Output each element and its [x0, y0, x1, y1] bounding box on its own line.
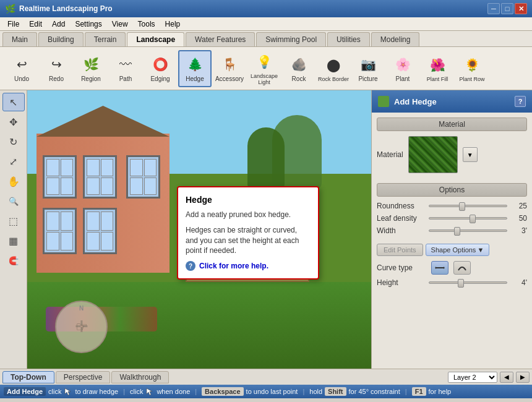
left-toolbar: ↖ ✥ ↻ ⤢ ✋ 🔍 ⬚ ▦ 🧲 [0, 90, 27, 369]
layer-next-button[interactable]: ▶ [516, 372, 530, 383]
plant-button[interactable]: 🌸 Plant [386, 50, 419, 87]
undo-icon: ↩ [12, 54, 32, 74]
curve-type-straight-button[interactable] [431, 261, 448, 275]
window-lower-left [43, 208, 77, 254]
redo-button[interactable]: ↪ Redo [40, 50, 73, 87]
view-tab-walkthrough[interactable]: Walkthrough [111, 371, 169, 383]
material-preview[interactable] [408, 136, 458, 173]
shape-options-label: Shape Options [431, 246, 476, 254]
menu-file[interactable]: File [2, 19, 24, 30]
view-tab-topdown[interactable]: Top-Down [2, 371, 54, 383]
zoom-in-tool[interactable]: 🔍 [2, 192, 25, 210]
menu-tools[interactable]: Tools [133, 19, 160, 30]
bottom-tabs: Top-Down Perspective Walkthrough Layer 2… [0, 369, 532, 385]
picture-button[interactable]: 📷 Picture [351, 50, 385, 87]
edging-button[interactable]: ⭕ Edging [144, 50, 177, 87]
close-button[interactable]: ✕ [515, 3, 527, 14]
menu-add[interactable]: Add [47, 19, 70, 30]
window-left [43, 155, 77, 199]
path-label: Path [119, 75, 132, 82]
shape-options-button[interactable]: Shape Options ▼ [426, 244, 490, 256]
status-help-post: for help [429, 388, 452, 395]
app-title: Realtime Landscaping Pro [19, 4, 486, 13]
plant-row-button[interactable]: 🌻 Plant Row [455, 50, 489, 87]
undo-button[interactable]: ↩ Undo [5, 50, 38, 87]
edit-points-button[interactable]: Edit Points [377, 244, 423, 256]
menu-settings[interactable]: Settings [70, 19, 106, 30]
tab-swimming-pool[interactable]: Swimming Pool [256, 32, 326, 46]
tab-main[interactable]: Main [2, 32, 37, 46]
tab-utilities[interactable]: Utilities [327, 32, 370, 46]
material-section-label: Material [377, 118, 527, 131]
redo-label: Redo [49, 75, 64, 82]
material-dropdown-button[interactable]: ▼ [463, 147, 478, 162]
cursor2-icon [145, 387, 154, 396]
accessory-button[interactable]: 🪑 Accessory [213, 50, 246, 87]
move-tool[interactable]: ✥ [2, 113, 25, 131]
tab-terrain[interactable]: Terrain [85, 32, 126, 46]
tab-building[interactable]: Building [38, 32, 84, 46]
menu-edit[interactable]: Edit [24, 19, 47, 30]
canvas-area[interactable]: N ✛ ☞ Hedge Add a neatly pruned box hedg… [27, 90, 371, 369]
status-hold-pre: hold [309, 388, 322, 395]
shape-options-arrow-icon: ▼ [477, 246, 484, 254]
tooltip-popup: Hedge Add a neatly pruned box hedge. Hed… [177, 186, 319, 280]
menu-view[interactable]: View [107, 19, 133, 30]
rock-border-button[interactable]: ⬤ Rock Border [317, 50, 350, 87]
curve-type-row: Curve type [372, 261, 532, 275]
rock-button[interactable]: 🪨 Rock [282, 50, 315, 87]
leaf-density-slider[interactable] [429, 217, 507, 220]
tab-bar: Main Building Terrain Landscape Water Fe… [0, 31, 532, 47]
plant-fill-button[interactable]: 🌺 Plant Fill [421, 50, 454, 87]
select-tool[interactable]: ↖ [2, 93, 25, 111]
width-slider[interactable] [429, 229, 507, 232]
roundness-slider[interactable] [429, 205, 507, 207]
landscape-light-icon: 💡 [254, 52, 274, 72]
width-label: Width [377, 226, 426, 235]
layer-prev-button[interactable]: ◀ [500, 372, 513, 383]
plant-fill-label: Plant Fill [427, 76, 448, 82]
roundness-row: Roundness 25 [377, 202, 527, 210]
region-button[interactable]: 🌿 Region [74, 50, 108, 87]
plant-label: Plant [396, 75, 410, 82]
path-button[interactable]: 〰 Path [109, 50, 142, 87]
layer-tool[interactable]: ▦ [2, 231, 25, 250]
magnet-tool[interactable]: 🧲 [2, 251, 25, 270]
status-step2-post: when done [157, 388, 190, 395]
status-action: Add Hedge [4, 387, 46, 396]
house [36, 106, 169, 273]
panel-header-icon [378, 96, 389, 107]
tooltip-title: Hedge [186, 195, 311, 205]
tooltip-help-link[interactable]: ? Click for more help. [186, 261, 311, 271]
zoom-rect-tool[interactable]: ⬚ [2, 212, 25, 230]
panel-help-button[interactable]: ? [515, 96, 526, 107]
tab-modeling[interactable]: Modeling [371, 32, 420, 46]
layer-dropdown[interactable]: Layer 2 Layer 1 Layer 3 [448, 372, 497, 383]
plant-icon: 🌸 [393, 54, 413, 74]
hedge-button[interactable]: 🌲 Hedge [178, 50, 212, 87]
pan-tool[interactable]: ✋ [2, 172, 25, 190]
status-sep4: | [405, 388, 407, 395]
view-tab-perspective[interactable]: Perspective [56, 371, 111, 383]
landscape-light-button[interactable]: 💡 Landscape Light [247, 50, 281, 87]
tab-water-features[interactable]: Water Features [186, 32, 255, 46]
width-value: 3' [510, 226, 527, 235]
panel-title: Add Hedge [394, 97, 437, 106]
tab-landscape[interactable]: Landscape [127, 32, 184, 46]
cursor-icon [64, 387, 72, 396]
curve-type-curved-button[interactable] [453, 261, 471, 275]
region-icon: 🌿 [81, 54, 101, 74]
height-slider[interactable] [429, 281, 507, 284]
minimize-button[interactable]: ─ [487, 3, 500, 14]
zoom-obj-tool[interactable]: ⤢ [2, 152, 25, 171]
roundness-label: Roundness [377, 202, 426, 210]
menu-help[interactable]: Help [160, 19, 186, 30]
hedge-label: Hedge [186, 75, 204, 82]
maximize-button[interactable]: □ [501, 3, 513, 14]
picture-label: Picture [358, 75, 377, 82]
rotate-tool[interactable]: ↻ [2, 132, 25, 151]
status-step1-post: to draw hedge [75, 388, 118, 395]
tree-bg2 [247, 127, 285, 189]
status-sep2: | [195, 388, 197, 395]
window-lower-right [83, 208, 117, 254]
